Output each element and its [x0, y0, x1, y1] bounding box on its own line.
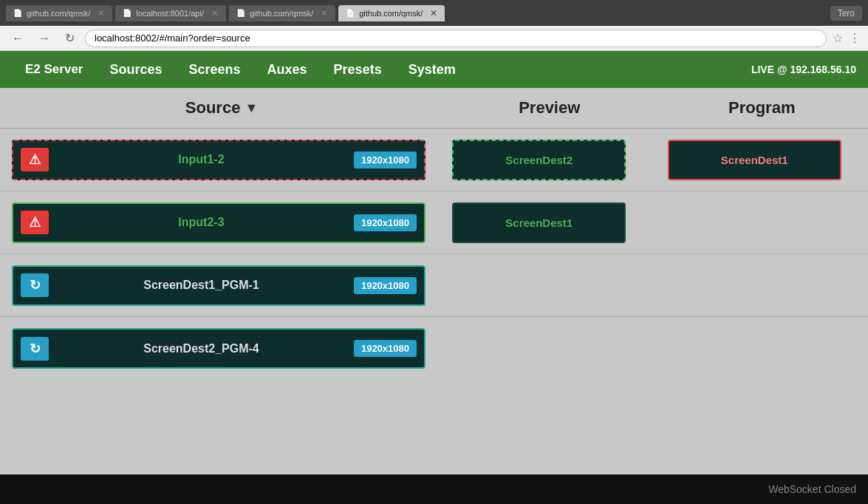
tab-close-4[interactable]: ✕ — [430, 8, 437, 18]
row-4: ↻ ScreenDest2_PGM-4 1920x1080 — [0, 317, 868, 380]
nav-presets[interactable]: Presets — [321, 62, 395, 78]
warning-icon-2: ⚠ — [21, 211, 49, 234]
address-bar: ← → ↻ ☆ ⋮ — [0, 26, 868, 51]
status-bar: WebSocket Closed — [0, 474, 868, 504]
browser-chrome: 📄 github.com/qmsk/ ✕ 📄 localhost:8001/ap… — [0, 0, 868, 26]
tab-label-2: localhost:8001/api/ — [136, 9, 204, 18]
source-res-1: 1920x1080 — [354, 151, 417, 168]
camera-icon-1: ↻ — [21, 273, 49, 297]
main-content: Source ▼ Preview Program ⚠ Input1-2 1920… — [0, 88, 868, 380]
browser-user: Tero — [830, 6, 862, 21]
menu-icon[interactable]: ⋮ — [849, 31, 861, 45]
row-1: ⚠ Input1-2 1920x1080 ScreenDest2 ScreenD… — [0, 129, 868, 191]
program-header-text: Program — [728, 98, 795, 118]
tab-label-3: github.com/qmsk/ — [250, 9, 313, 18]
tab-icon-3: 📄 — [236, 9, 245, 17]
websocket-status: WebSocket Closed — [768, 483, 856, 495]
star-icon[interactable]: ☆ — [833, 31, 843, 45]
camera-icon-2: ↻ — [21, 337, 49, 361]
preview-header-text: Preview — [519, 98, 580, 118]
tab-close-2[interactable]: ✕ — [211, 8, 219, 18]
col-program-header: Program — [656, 98, 869, 118]
tab-label-1: github.com/qmsk/ — [27, 9, 90, 18]
sort-arrow-icon[interactable]: ▼ — [245, 101, 258, 116]
tab-label-4: github.com/qmsk/ — [359, 9, 423, 18]
source-label-2: Input2-3 — [49, 216, 354, 229]
column-headers: Source ▼ Preview Program — [0, 88, 868, 129]
nav-screens[interactable]: Screens — [176, 62, 254, 78]
back-button[interactable]: ← — [7, 30, 28, 47]
browser-tab-4[interactable]: 📄 github.com/qmsk/ ✕ — [338, 5, 445, 21]
tab-close-3[interactable]: ✕ — [321, 8, 328, 18]
nav-system[interactable]: System — [395, 62, 469, 78]
program-col-1: ScreenDest1 — [653, 140, 857, 180]
source-card-2[interactable]: ⚠ Input2-3 1920x1080 — [12, 202, 426, 243]
warning-icon-1: ⚠ — [21, 148, 49, 171]
source-label-3: ScreenDest1_PGM-1 — [49, 279, 354, 292]
tab-icon-1: 📄 — [13, 9, 22, 17]
preview-dest-label-2: ScreenDest1 — [505, 217, 573, 229]
source-res-2: 1920x1080 — [354, 214, 417, 231]
source-card-1[interactable]: ⚠ Input1-2 1920x1080 — [12, 140, 426, 180]
browser-tab-1[interactable]: 📄 github.com/qmsk/ ✕ — [6, 5, 112, 21]
tab-icon-4: 📄 — [346, 9, 355, 17]
source-card-3[interactable]: ↻ ScreenDest1_PGM-1 1920x1080 — [12, 265, 426, 306]
source-label-4: ScreenDest2_PGM-4 — [49, 342, 354, 355]
tab-close-1[interactable]: ✕ — [98, 8, 105, 18]
nav-sources[interactable]: Sources — [96, 62, 175, 78]
browser-tab-3[interactable]: 📄 github.com/qmsk/ ✕ — [229, 5, 335, 21]
address-input[interactable] — [85, 30, 827, 47]
live-status: LIVE @ 192.168.56.10 — [751, 64, 856, 75]
tab-icon-2: 📄 — [123, 9, 131, 17]
nav-auxes[interactable]: Auxes — [254, 62, 321, 78]
source-card-4[interactable]: ↻ ScreenDest2_PGM-4 1920x1080 — [12, 328, 426, 369]
reload-button[interactable]: ↻ — [61, 30, 79, 47]
nav-brand[interactable]: E2 Server — [12, 62, 96, 77]
source-label-1: Input1-2 — [49, 153, 354, 166]
app-nav: E2 Server Sources Screens Auxes Presets … — [0, 51, 868, 88]
preview-dest-2[interactable]: ScreenDest1 — [452, 202, 626, 243]
col-source-header: Source ▼ — [0, 98, 443, 118]
preview-col-2: ScreenDest1 — [437, 202, 641, 243]
program-dest-1[interactable]: ScreenDest1 — [668, 140, 841, 180]
source-res-4: 1920x1080 — [354, 340, 417, 357]
preview-dest-1[interactable]: ScreenDest2 — [452, 140, 626, 180]
browser-tab-2[interactable]: 📄 localhost:8001/api/ ✕ — [115, 5, 226, 21]
col-preview-header: Preview — [443, 98, 656, 118]
preview-dest-label-1: ScreenDest2 — [505, 154, 573, 166]
row-3: ↻ ScreenDest1_PGM-1 1920x1080 — [0, 254, 868, 317]
forward-button[interactable]: → — [34, 30, 55, 47]
source-res-3: 1920x1080 — [354, 277, 417, 294]
row-2: ⚠ Input2-3 1920x1080 ScreenDest1 — [0, 191, 868, 254]
source-header-text: Source — [185, 98, 241, 118]
preview-col-1: ScreenDest2 — [437, 140, 641, 180]
program-dest-label-1: ScreenDest1 — [721, 154, 788, 166]
